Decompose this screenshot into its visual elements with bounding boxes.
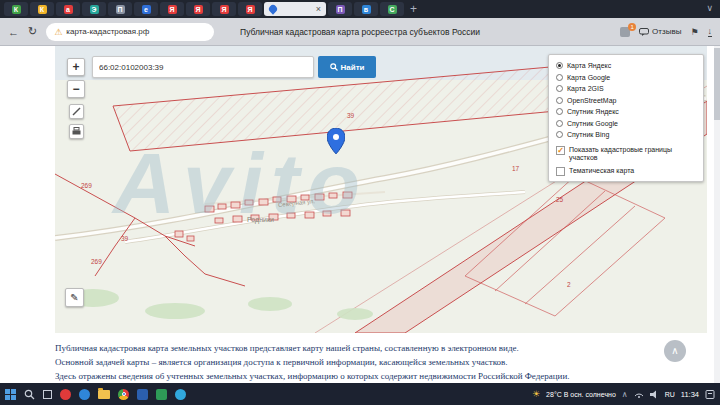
- browser-tab[interactable]: К: [4, 2, 28, 16]
- layer-option[interactable]: Спутник Google: [556, 118, 696, 130]
- notification-center-icon[interactable]: [705, 389, 715, 400]
- extensions-icon[interactable]: 1: [620, 27, 630, 37]
- browser-tab[interactable]: Я: [212, 2, 236, 16]
- system-tray: ☀ 28°C В осн. солнечно ∧ RU 11:34: [532, 389, 715, 400]
- radio[interactable]: [556, 85, 563, 92]
- tab-favicon: К: [12, 5, 21, 14]
- tab-favicon: К: [38, 5, 47, 14]
- map-pin-favicon: [267, 3, 278, 14]
- taskbar-search-icon[interactable]: [24, 389, 35, 400]
- layers-panel: Карта Яндекс Карта Google Карта 2GIS Ope…: [548, 54, 704, 182]
- checkbox-borders-row[interactable]: ✓ Показать кадастровые границы участков: [556, 146, 696, 163]
- parcel-number: 25: [556, 196, 563, 203]
- browser-tab[interactable]: в: [354, 2, 378, 16]
- layer-label: Спутник Яндекс: [567, 108, 619, 115]
- language-indicator[interactable]: RU: [665, 391, 675, 398]
- address-bar[interactable]: ⚠ карта-кадастровая.рф: [46, 23, 214, 41]
- excel-icon[interactable]: [156, 389, 167, 400]
- layer-label: OpenStreetMap: [567, 97, 616, 104]
- checkbox-label: Показать кадастровые границы участков: [569, 146, 687, 163]
- parcel-number: 2: [567, 281, 571, 288]
- yandex-browser-icon[interactable]: [60, 389, 71, 400]
- scrollbar-thumb[interactable]: [714, 48, 720, 120]
- browser-tabstrip: К К а Э П е Я Я Я Я × П в С + ∨: [0, 0, 720, 18]
- volume-icon[interactable]: [650, 390, 659, 399]
- measure-tool-button[interactable]: [69, 104, 84, 119]
- reviews-button[interactable]: Отзывы: [639, 27, 681, 36]
- tab-favicon: в: [362, 5, 371, 14]
- find-button-label: Найти: [341, 63, 365, 72]
- web-page: Avito 269 269 39 39 17 25 2 Родники Севе…: [0, 46, 720, 383]
- parcel-number: 269: [81, 182, 92, 189]
- page-description: Публичная кадастровая карта земельных уч…: [55, 342, 677, 384]
- new-tab-button[interactable]: +: [410, 2, 417, 16]
- radio[interactable]: [556, 74, 563, 81]
- page-scrollbar[interactable]: [714, 46, 720, 383]
- browser-tab[interactable]: Я: [238, 2, 262, 16]
- download-icon[interactable]: ↓: [708, 26, 713, 37]
- layer-option[interactable]: Спутник Яндекс: [556, 106, 696, 118]
- tab-favicon: Я: [168, 5, 177, 14]
- browser-tab[interactable]: Я: [186, 2, 210, 16]
- tab-close-icon[interactable]: ×: [316, 5, 321, 14]
- browser-tab[interactable]: е: [134, 2, 158, 16]
- page-title: Публичная кадастровая карта росреестра с…: [240, 27, 480, 37]
- layer-label: Карта 2GIS: [567, 85, 604, 92]
- radio[interactable]: [556, 131, 563, 138]
- start-button[interactable]: [5, 389, 16, 400]
- refresh-button[interactable]: ↻: [28, 25, 37, 38]
- tab-favicon: е: [142, 5, 151, 14]
- radio-selected[interactable]: [556, 62, 563, 69]
- notification-badge: 1: [628, 23, 636, 31]
- reviews-label: Отзывы: [652, 27, 681, 36]
- speech-bubble-icon: [639, 28, 649, 36]
- wifi-icon[interactable]: [634, 390, 644, 398]
- checkbox-unchecked[interactable]: [556, 167, 565, 176]
- browser-tab[interactable]: Я: [160, 2, 184, 16]
- tray-expand-icon[interactable]: ∧: [622, 390, 628, 399]
- radio[interactable]: [556, 108, 563, 115]
- draw-tool-button[interactable]: ✎: [65, 288, 84, 307]
- telegram-icon[interactable]: [175, 389, 186, 400]
- file-explorer-icon[interactable]: [98, 390, 110, 399]
- warning-icon: ⚠: [54, 27, 62, 37]
- browser-tab[interactable]: П: [108, 2, 132, 16]
- map-marker-pin[interactable]: [327, 128, 345, 154]
- weather-sun-icon[interactable]: ☀: [532, 389, 540, 399]
- zoom-in-button[interactable]: +: [67, 58, 85, 76]
- parcel-number: 39: [121, 235, 128, 242]
- tab-list-icon[interactable]: ∨: [706, 3, 713, 13]
- checkbox-thematic-row[interactable]: Тематическая карта: [556, 167, 696, 176]
- scroll-to-top-button[interactable]: ∧: [664, 340, 686, 362]
- browser-tab[interactable]: а: [56, 2, 80, 16]
- browser-toolbar: ← ↻ ⚠ карта-кадастровая.рф Публичная кад…: [0, 18, 720, 46]
- layer-option[interactable]: Спутник Bing: [556, 129, 696, 141]
- radio[interactable]: [556, 97, 563, 104]
- browser-tab[interactable]: С: [380, 2, 404, 16]
- browser-tab[interactable]: Э: [82, 2, 106, 16]
- layer-option[interactable]: Карта Яндекс: [556, 60, 696, 72]
- layer-label: Карта Яндекс: [567, 62, 611, 69]
- back-button[interactable]: ←: [8, 26, 19, 38]
- layer-option[interactable]: OpenStreetMap: [556, 95, 696, 107]
- task-view-icon[interactable]: [43, 390, 52, 399]
- clock[interactable]: 11:34: [681, 390, 699, 399]
- zoom-out-button[interactable]: −: [67, 80, 85, 98]
- description-paragraph: Основной задачей карты – является органи…: [55, 356, 677, 369]
- find-button[interactable]: Найти: [318, 56, 376, 78]
- checkbox-checked[interactable]: ✓: [556, 146, 565, 155]
- layer-option[interactable]: Карта 2GIS: [556, 83, 696, 95]
- browser-tab[interactable]: К: [30, 2, 54, 16]
- print-button[interactable]: [69, 124, 84, 139]
- bookmark-icon[interactable]: ⚑: [690, 27, 698, 37]
- layer-option[interactable]: Карта Google: [556, 72, 696, 84]
- weather-text[interactable]: 28°C В осн. солнечно: [546, 391, 616, 398]
- edge-icon[interactable]: [79, 389, 90, 400]
- chrome-icon[interactable]: [118, 389, 129, 400]
- cadastral-search-input[interactable]: [92, 56, 314, 78]
- screen: К К а Э П е Я Я Я Я × П в С + ∨ ← ↻ ⚠ ка…: [0, 0, 720, 405]
- browser-tab[interactable]: П: [328, 2, 352, 16]
- radio[interactable]: [556, 120, 563, 127]
- browser-tab-active[interactable]: ×: [264, 2, 326, 16]
- word-icon[interactable]: [137, 389, 148, 400]
